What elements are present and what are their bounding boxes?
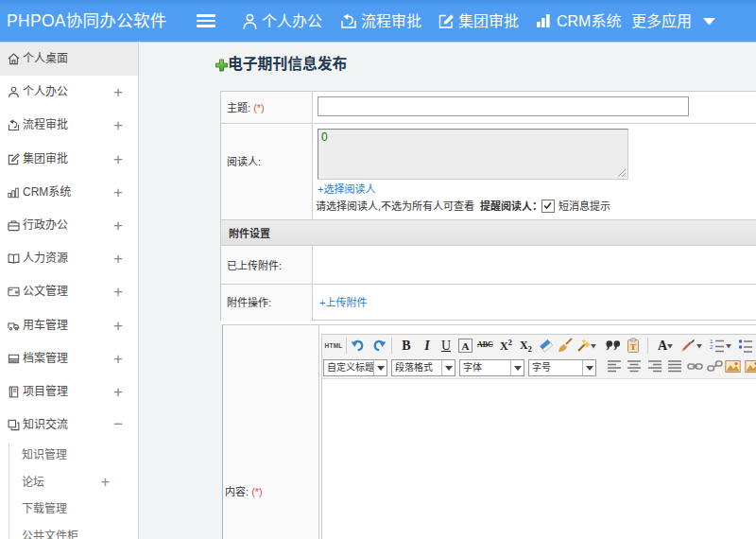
svg-text:T: T [630,342,636,352]
svg-text:2: 2 [710,344,713,350]
